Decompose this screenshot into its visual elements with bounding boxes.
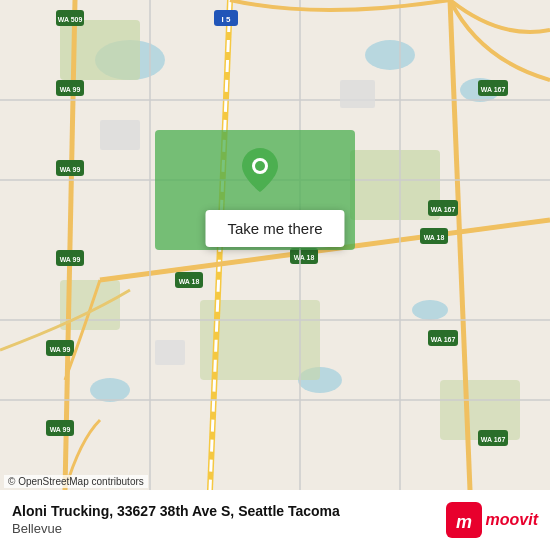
moovit-text: moovit — [486, 511, 538, 529]
svg-text:WA 509: WA 509 — [58, 16, 83, 23]
svg-text:WA 18: WA 18 — [294, 254, 315, 261]
svg-point-2 — [365, 40, 415, 70]
location-pin — [242, 148, 278, 192]
map-container: I 5 WA 99 WA 99 WA 99 WA 99 WA 99 WA 509… — [0, 0, 550, 490]
business-name: Aloni Trucking, 33627 38th Ave S, Seattl… — [12, 502, 446, 520]
moovit-icon: m — [446, 502, 482, 538]
svg-text:WA 167: WA 167 — [481, 86, 506, 93]
svg-point-6 — [90, 378, 130, 402]
svg-text:WA 99: WA 99 — [50, 426, 71, 433]
osm-credit: © OpenStreetMap contributors — [4, 475, 148, 488]
svg-text:WA 18: WA 18 — [424, 234, 445, 241]
svg-text:WA 99: WA 99 — [60, 86, 81, 93]
svg-text:WA 167: WA 167 — [481, 436, 506, 443]
svg-text:WA 167: WA 167 — [431, 206, 456, 213]
business-location: Bellevue — [12, 521, 446, 538]
moovit-logo[interactable]: m moovit — [446, 502, 538, 538]
svg-point-4 — [412, 300, 448, 320]
svg-text:WA 99: WA 99 — [60, 166, 81, 173]
svg-text:WA 99: WA 99 — [50, 346, 71, 353]
svg-text:m: m — [456, 512, 472, 532]
svg-text:WA 167: WA 167 — [431, 336, 456, 343]
svg-text:I 5: I 5 — [222, 15, 231, 24]
svg-rect-49 — [340, 80, 375, 108]
svg-rect-47 — [100, 120, 140, 150]
svg-rect-48 — [155, 340, 185, 365]
bottom-bar: Aloni Trucking, 33627 38th Ave S, Seattl… — [0, 490, 550, 550]
svg-point-51 — [255, 161, 265, 171]
take-me-there-button[interactable]: Take me there — [205, 210, 344, 247]
business-info: Aloni Trucking, 33627 38th Ave S, Seattl… — [12, 502, 446, 537]
svg-rect-8 — [350, 150, 440, 220]
svg-text:WA 18: WA 18 — [179, 278, 200, 285]
svg-text:WA 99: WA 99 — [60, 256, 81, 263]
